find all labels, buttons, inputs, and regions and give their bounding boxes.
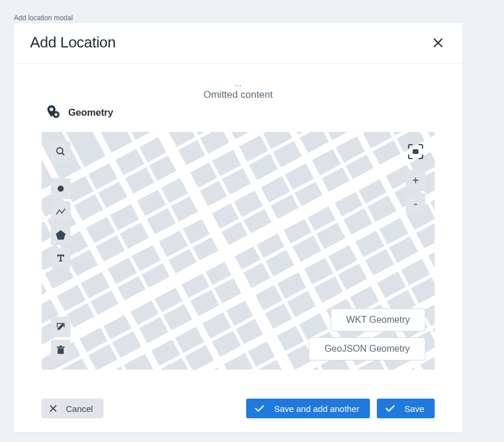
- close-icon: [49, 404, 58, 413]
- zoom-in-button[interactable]: +: [406, 170, 425, 191]
- svg-marker-41: [56, 230, 66, 240]
- close-icon: [432, 36, 444, 49]
- draw-line-button[interactable]: [51, 201, 71, 222]
- modal-title: Add Location: [30, 34, 116, 51]
- modal-header: Add Location: [14, 23, 462, 64]
- svg-rect-44: [60, 346, 62, 347]
- omitted-text: Omitted content: [203, 89, 273, 100]
- modal-footer: Cancel Save and add another Save: [14, 370, 462, 432]
- svg-line-39: [62, 153, 64, 155]
- svg-point-38: [57, 148, 63, 154]
- check-icon: [253, 403, 266, 414]
- fullscreen-icon: [406, 142, 425, 161]
- pentagon-icon: [55, 229, 66, 241]
- close-button[interactable]: [430, 35, 446, 51]
- check-icon: [384, 403, 396, 414]
- map-search-button[interactable]: [51, 141, 71, 162]
- zoom-out-button[interactable]: -: [406, 193, 425, 214]
- save-add-another-button[interactable]: Save and add another: [246, 399, 370, 418]
- omitted-dots: ...: [14, 79, 462, 88]
- cancel-label: Cancel: [66, 404, 93, 414]
- svg-rect-42: [58, 348, 64, 354]
- map-canvas[interactable]: + - WKT Geometry GeoJSON Geometry: [42, 132, 435, 370]
- save-button[interactable]: Save: [377, 399, 435, 418]
- svg-rect-45: [413, 149, 418, 154]
- svg-point-2: [50, 108, 53, 111]
- omitted-content: ... Omitted content: [14, 64, 462, 101]
- trash-icon: [55, 345, 66, 355]
- save-label: Save: [405, 404, 424, 414]
- svg-point-40: [58, 186, 64, 192]
- edit-button[interactable]: [51, 316, 71, 337]
- geojson-geometry-button[interactable]: GeoJSON Geometry: [309, 337, 425, 360]
- modal-caption: Add location modal: [0, 0, 504, 22]
- circle-icon: [55, 183, 66, 194]
- save-add-label: Save and add another: [274, 404, 360, 414]
- text-icon: [55, 253, 66, 263]
- geometry-section-header: Geometry: [14, 101, 462, 132]
- search-icon: [55, 146, 66, 157]
- section-title: Geometry: [68, 107, 113, 119]
- draw-text-button[interactable]: [51, 248, 71, 268]
- cancel-button[interactable]: Cancel: [42, 399, 103, 418]
- wkt-geometry-button[interactable]: WKT Geometry: [331, 308, 425, 332]
- fullscreen-button[interactable]: [406, 141, 425, 162]
- edit-icon: [55, 322, 66, 332]
- delete-button[interactable]: [51, 340, 71, 360]
- draw-point-button[interactable]: [51, 178, 71, 199]
- draw-polygon-button[interactable]: [51, 224, 71, 245]
- line-icon: [55, 207, 66, 217]
- pin-add-icon: [45, 104, 60, 121]
- add-location-modal: Add Location ... Omitted content Geometr…: [14, 23, 462, 432]
